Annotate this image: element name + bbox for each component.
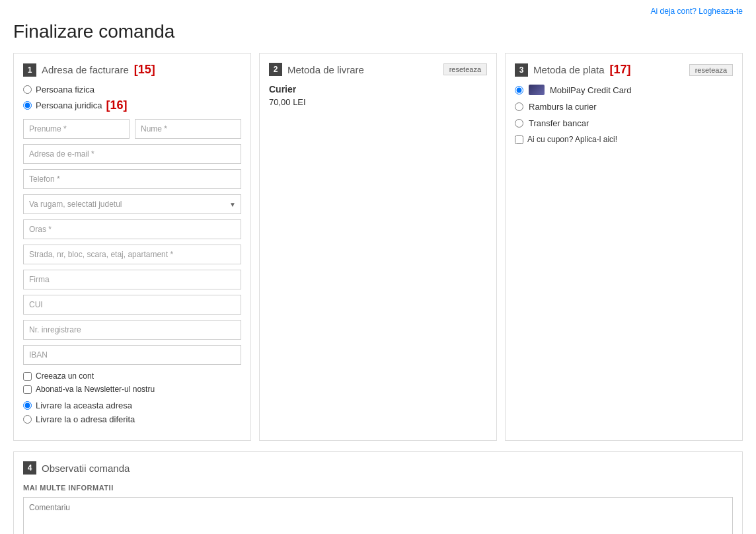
- mobilpay-radio[interactable]: [515, 86, 523, 95]
- delivery-method-name: Curier: [269, 84, 487, 95]
- ramburs-text: Ramburs la curier: [529, 102, 597, 112]
- persona-fizica-text: Persoana fizica: [36, 85, 94, 95]
- transfer-text: Transfer bancar: [529, 118, 589, 128]
- nume-input[interactable]: [135, 119, 241, 139]
- iban-input[interactable]: [23, 345, 241, 365]
- delivery-reset-btn[interactable]: reseteaza: [443, 63, 487, 75]
- payment-badge: [17]: [610, 63, 631, 77]
- newsletter-checkbox[interactable]: [23, 385, 32, 394]
- prenume-input[interactable]: [23, 119, 130, 139]
- ramburs-radio[interactable]: [515, 102, 523, 111]
- nr-inreg-input[interactable]: [23, 320, 241, 340]
- livrare-aceeasi-label[interactable]: Livrare la aceasta adresa: [23, 400, 241, 410]
- newsletter-text: Abonati-va la Newsletter-ul nostru: [36, 385, 155, 394]
- oras-input[interactable]: [23, 219, 241, 239]
- email-input[interactable]: [23, 144, 241, 164]
- persona-fizica-label[interactable]: Persoana fizica: [23, 85, 241, 95]
- create-account-text: Creeaza un cont: [36, 371, 94, 381]
- ramburs-label[interactable]: Ramburs la curier: [515, 102, 733, 112]
- billing-title: Adresa de facturare: [42, 64, 129, 75]
- delivery-section-num: 2: [269, 63, 282, 76]
- telefon-input[interactable]: [23, 169, 241, 189]
- persona-fizica-radio[interactable]: [23, 85, 32, 94]
- payment-title: Metoda de plata: [533, 64, 605, 75]
- persona-juridica-text: Persoana juridica: [36, 100, 102, 110]
- top-bar: Ai deja cont? Logheaza-te: [13, 7, 743, 16]
- observations-section: 4 Observatii comanda MAI MULTE INFORMATI…: [13, 451, 743, 534]
- delivery-title: Metoda de livrare: [287, 64, 364, 75]
- mobilpay-text: MobilPay Credit Card: [550, 85, 632, 95]
- transfer-radio[interactable]: [515, 119, 523, 128]
- judet-select[interactable]: Va rugam, selectati judetul: [23, 194, 241, 214]
- newsletter-label[interactable]: Abonati-va la Newsletter-ul nostru: [23, 385, 241, 394]
- billing-badge: [15]: [134, 63, 155, 77]
- payment-reset-btn[interactable]: reseteaza: [689, 64, 733, 76]
- persona-juridica-label[interactable]: Persoana juridica [16]: [23, 98, 241, 112]
- delivery-section: 2 Metoda de livrare reseteaza Curier 70,…: [259, 53, 497, 441]
- page-title: Finalizare comanda: [13, 21, 743, 42]
- payment-section: 3 Metoda de plata [17] reseteaza MobilPa…: [505, 53, 743, 441]
- persona-juridica-radio[interactable]: [23, 101, 32, 110]
- billing-section-num: 1: [23, 63, 36, 77]
- billing-section: 1 Adresa de facturare [15] Persoana fizi…: [13, 53, 251, 441]
- obs-section-num: 4: [23, 461, 36, 475]
- comment-textarea[interactable]: [23, 497, 733, 534]
- create-account-label[interactable]: Creeaza un cont: [23, 371, 241, 381]
- obs-title: Observatii comanda: [42, 463, 130, 474]
- transfer-label[interactable]: Transfer bancar: [515, 118, 733, 128]
- livrare-diferita-label[interactable]: Livrare la o adresa diferita: [23, 414, 241, 424]
- firma-input[interactable]: [23, 270, 241, 289]
- livrare-diferita-text: Livrare la o adresa diferita: [36, 414, 135, 424]
- strada-input[interactable]: [23, 245, 241, 264]
- mobilpay-icon: [529, 85, 545, 95]
- obs-info-label: MAI MULTE INFORMATII: [23, 484, 733, 492]
- cui-input[interactable]: [23, 295, 241, 315]
- livrare-aceeasi-radio[interactable]: [23, 401, 32, 410]
- persona-juridica-badge: [16]: [106, 98, 127, 112]
- coupon-checkbox[interactable]: [515, 135, 523, 144]
- login-link[interactable]: Ai deja cont? Logheaza-te: [651, 7, 743, 16]
- payment-section-num: 3: [515, 63, 528, 77]
- delivery-price: 70,00 LEI: [269, 97, 487, 107]
- create-account-checkbox[interactable]: [23, 372, 32, 381]
- coupon-label: Ai cu cupon? Aplica-l aici!: [527, 135, 617, 144]
- livrare-diferita-radio[interactable]: [23, 415, 32, 424]
- mobilpay-label[interactable]: MobilPay Credit Card: [515, 85, 733, 95]
- livrare-aceeasi-text: Livrare la aceasta adresa: [36, 400, 132, 410]
